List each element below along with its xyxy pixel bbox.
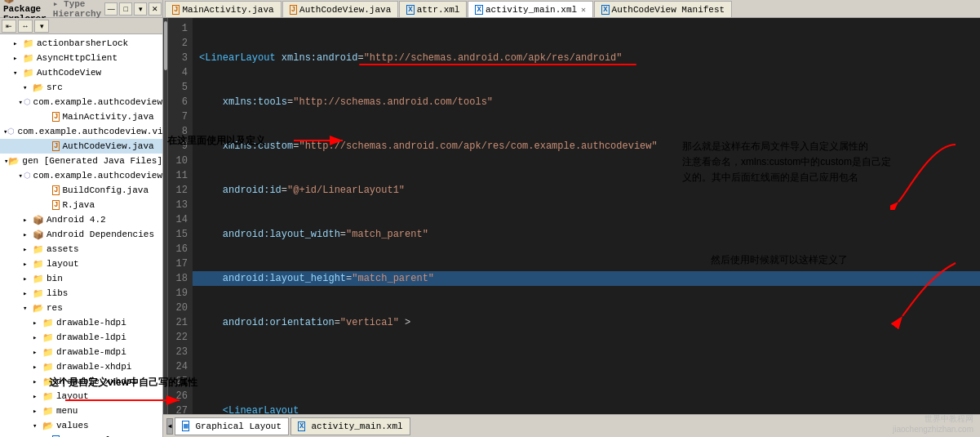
- code-editor[interactable]: 12345 678910 1112131415 1617181920 21222…: [163, 18, 980, 414]
- tree-label: Android Dependencies: [47, 230, 154, 239]
- tree-item-android-deps[interactable]: ▸ 📦 Android Dependencies: [0, 227, 162, 242]
- tree-item-values[interactable]: ▾ 📂 values: [0, 418, 162, 433]
- tab-label: MainActivity.java: [182, 5, 273, 15]
- tree-item-menu[interactable]: ▸ 📁 menu: [0, 404, 162, 418]
- tree-item-drawable-mdpi[interactable]: ▸ 📁 drawable-mdpi: [0, 345, 162, 359]
- minimize-btn[interactable]: —: [104, 2, 118, 16]
- new-btn[interactable]: ▾: [34, 20, 49, 33]
- tree-label: drawable-xxhdpi: [56, 377, 137, 386]
- code-line-6: android:layout_height="match_parent": [193, 271, 980, 286]
- panel-toolbar: — □ ▾ ✕: [104, 2, 162, 16]
- tree-item-gen-pkg[interactable]: ▾ ⬡ com.example.authcodeview: [0, 168, 162, 183]
- tree-item-android42[interactable]: ▸ 📦 Android 4.2: [0, 212, 162, 227]
- tree-item-attr-xml[interactable]: X _attr.xml: [0, 433, 162, 437]
- code-line-8: [199, 359, 973, 374]
- code-line-2: xmlns:tools="http://schemas.android.com/…: [199, 95, 973, 109]
- tree-item-layout-top[interactable]: ▸ 📁 layout: [0, 256, 162, 271]
- tab-authcodeview-manifest[interactable]: X AuthCodeView Manifest: [594, 1, 732, 17]
- tree-label: actionbarsherLock: [37, 38, 128, 48]
- tree-label: gen [Generated Java Files]: [22, 156, 162, 166]
- tree-label: drawable-hdpi: [56, 318, 126, 328]
- tree-item-buildconfig[interactable]: J BuildConfig.java: [0, 183, 162, 198]
- bottom-tab-graphical[interactable]: ▦ Graphical Layout: [175, 417, 289, 435]
- tree-item-pkg-view[interactable]: ▾ ⬡ com.example.authcodeview.view: [0, 124, 162, 139]
- tree-item-gen[interactable]: ▾ 📂 gen [Generated Java Files]: [0, 154, 162, 168]
- tab-activity-main-xml[interactable]: X activity_main.xml ✕: [468, 1, 593, 17]
- tree-item-actionbarsherlock[interactable]: ▸ 📁 actionbarsherLock: [0, 36, 162, 51]
- tree-item-libs[interactable]: ▸ 📁 libs: [0, 286, 162, 301]
- tree-item-asynchttp[interactable]: ▸ 📁 AsyncHttpClient: [0, 51, 162, 65]
- maximize-btn[interactable]: □: [119, 2, 132, 16]
- tree-item-bin[interactable]: ▸ 📁 bin: [0, 271, 162, 286]
- tree-label: MainActivity.java: [62, 112, 153, 122]
- code-line-3: xmlns:custom="http://schemas.android.com…: [199, 139, 973, 154]
- tab-mainactivity[interactable]: J MainActivity.java: [165, 1, 282, 17]
- menu-btn[interactable]: ▾: [134, 2, 147, 16]
- code-line-7: android:orientation="vertical" >: [199, 315, 973, 330]
- code-content: <LinearLayout xmlns:android="http://sche…: [193, 18, 980, 414]
- tree-label: assets: [47, 244, 79, 254]
- tab-attr-xml[interactable]: X attr.xml: [399, 1, 467, 17]
- tab-label: activity_main.xml: [486, 5, 577, 15]
- code-line-9: <LinearLayout: [199, 404, 973, 414]
- tree-label: AuthCodeView.java: [62, 141, 153, 151]
- tab-label: attr.xml: [417, 5, 460, 15]
- tree-label: drawable-mdpi: [56, 347, 126, 357]
- tree-item-drawable-hdpi[interactable]: ▸ 📁 drawable-hdpi: [0, 315, 162, 330]
- tree-label: AuthCodeView: [37, 68, 101, 78]
- tree-label: drawable-xhdpi: [56, 362, 131, 372]
- collapse-all-btn[interactable]: ⇤: [2, 20, 16, 33]
- line-numbers: 12345 678910 1112131415 1617181920 21222…: [168, 18, 193, 414]
- tree-label: com.example.authcodeview.view: [17, 127, 162, 136]
- tree-item-src[interactable]: ▾ 📂 src: [0, 80, 162, 95]
- tree-label: com.example.authcodeview: [33, 171, 162, 181]
- tree-label: libs: [47, 288, 68, 298]
- tree-label: menu: [56, 406, 78, 416]
- tree-label: Android 4.2: [47, 215, 106, 225]
- tree-label: R.java: [62, 200, 95, 210]
- type-hierarchy-tab[interactable]: ▸ Type Hierarchy: [53, 0, 101, 19]
- main-window: 📦 Package Explorer ▸ Type Hierarchy — □ …: [0, 0, 980, 437]
- bottom-tab-xml[interactable]: X activity_main.xml: [290, 417, 410, 435]
- tree-item-mainactivity[interactable]: J MainActivity.java: [0, 109, 162, 124]
- code-line-5: android:layout_width="match_parent": [199, 227, 973, 242]
- tree-item-layout-res[interactable]: ▸ 📁 layout: [0, 389, 162, 404]
- close-btn[interactable]: ✕: [149, 2, 162, 16]
- tab-close-btn[interactable]: ✕: [581, 5, 586, 15]
- tree-label: com.example.authcodeview: [33, 97, 162, 107]
- tree-item-drawable-xxhdpi[interactable]: ▸ 📁 drawable-xxhdpi: [0, 374, 162, 389]
- tree-label: drawable-ldpi: [56, 332, 126, 342]
- tree-label: src: [47, 82, 63, 92]
- tree-label: res: [47, 303, 63, 313]
- tree-label: bin: [47, 274, 63, 283]
- tree-item-pkg-example[interactable]: ▾ ⬡ com.example.authcodeview: [0, 95, 162, 109]
- scroll-left-btn[interactable]: ◂: [166, 418, 173, 435]
- left-panel: 📦 Package Explorer ▸ Type Hierarchy — □ …: [0, 0, 163, 437]
- main-content-area: 📦 Package Explorer ▸ Type Hierarchy — □ …: [0, 0, 980, 437]
- code-line-4: android:id="@+id/LinearLayout1": [199, 183, 973, 198]
- tree-label: BuildConfig.java: [62, 185, 149, 195]
- bottom-tab-bar: ◂ ▦ Graphical Layout X activity_main.xml…: [163, 414, 980, 437]
- tree-item-assets[interactable]: ▸ 📁 assets: [0, 242, 162, 256]
- tree-label: layout: [56, 391, 89, 401]
- tree-item-drawable-ldpi[interactable]: ▸ 📁 drawable-ldpi: [0, 330, 162, 345]
- bottom-tab-label: activity_main.xml: [311, 421, 402, 431]
- tree-item-authcodeview[interactable]: ▾ 📁 AuthCodeView: [0, 65, 162, 80]
- tree-item-res[interactable]: ▾ 📂 res: [0, 301, 162, 315]
- bottom-tab-label: Graphical Layout: [195, 421, 282, 431]
- tab-authcodeview[interactable]: J AuthCodeView.java: [282, 1, 399, 17]
- tree-item-authcodeview-java[interactable]: J AuthCodeView.java: [0, 139, 162, 154]
- tree-label: AsyncHttpClient: [37, 53, 118, 63]
- panel-header: 📦 Package Explorer ▸ Type Hierarchy — □ …: [0, 0, 162, 18]
- tree-area[interactable]: ▸ 📁 actionbarsherLock ▸ 📁 AsyncHttpClien…: [0, 34, 162, 437]
- tab-label: AuthCodeView Manifest: [612, 5, 725, 15]
- link-editor-btn[interactable]: ↔: [18, 20, 33, 33]
- tab-label: AuthCodeView.java: [299, 5, 391, 15]
- tree-label: layout: [47, 259, 79, 269]
- code-line-1: <LinearLayout xmlns:android="http://sche…: [199, 51, 973, 65]
- watermark: 世界中教程网jiaochengzhizhan.com: [893, 413, 973, 434]
- tree-item-r-java[interactable]: J R.java: [0, 198, 162, 212]
- editor-tab-bar: J MainActivity.java J AuthCodeView.java …: [163, 0, 980, 18]
- editor-panel: J MainActivity.java J AuthCodeView.java …: [163, 0, 980, 437]
- tree-item-drawable-xhdpi[interactable]: ▸ 📁 drawable-xhdpi: [0, 359, 162, 374]
